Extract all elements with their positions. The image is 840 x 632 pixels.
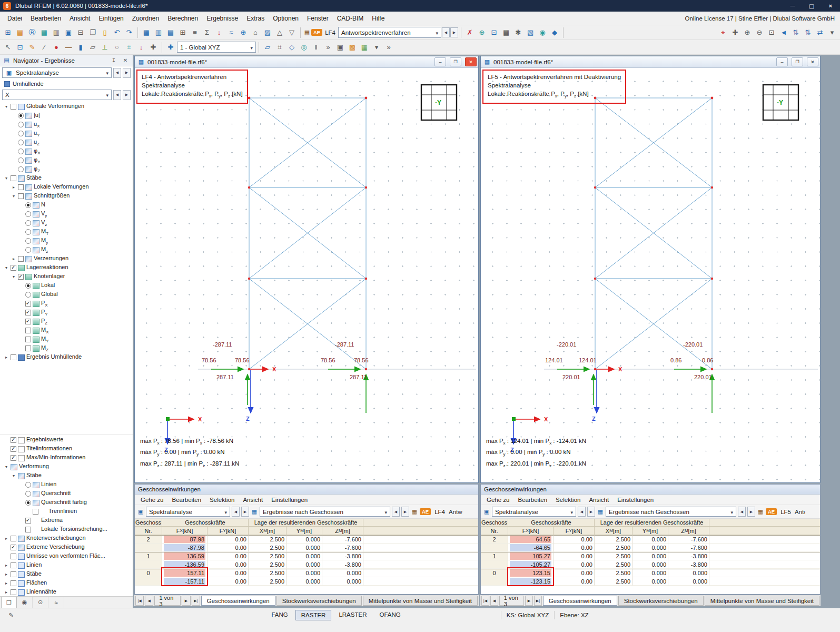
- expander-icon[interactable]: [4, 465, 9, 469]
- panel-menu-item[interactable]: Bearbeiten: [168, 496, 205, 504]
- menu-item[interactable]: Ansicht: [65, 12, 94, 25]
- tree-item-control[interactable]: [11, 354, 16, 360]
- tree-item[interactable]: MY: [0, 335, 133, 344]
- panel-menu-item[interactable]: Bearbeiten: [514, 496, 551, 504]
- menu-item[interactable]: Extras: [242, 12, 269, 25]
- navigator-header[interactable]: Navigator - Ergebnisse: [0, 55, 133, 66]
- panel-menu-item[interactable]: Gehe zu: [483, 496, 513, 504]
- page-preview-icon[interactable]: ▥: [51, 27, 62, 38]
- sections-icon[interactable]: ◆: [549, 27, 560, 38]
- tree-item[interactable]: Max/Min-Informationen: [0, 453, 133, 462]
- dlubal-account-icon[interactable]: Ⓑ: [26, 27, 38, 38]
- view-close-button[interactable]: [807, 57, 818, 66]
- expander-icon[interactable]: [4, 104, 9, 109]
- model-canvas[interactable]: X Z X Z: [481, 68, 820, 482]
- tree-item-control[interactable]: [25, 337, 31, 342]
- tree-item[interactable]: uZ: [0, 138, 133, 147]
- tree-item-control[interactable]: [25, 301, 31, 307]
- view-caption[interactable]: 001833-model-file.rf6*: [481, 56, 820, 68]
- prev-page-button[interactable]: [145, 596, 153, 606]
- tree-item[interactable]: PY: [0, 308, 133, 317]
- expander-icon[interactable]: [11, 473, 16, 478]
- component-prev-button[interactable]: [113, 90, 121, 100]
- table-row[interactable]: 2 64.65 0.00 2.500 0.000 -7.600: [481, 535, 820, 544]
- result-tables-icon[interactable]: ▦: [500, 27, 512, 38]
- table-row[interactable]: -87.98 0.00 2.500 0.000 -7.600: [135, 544, 478, 552]
- panel-title[interactable]: Geschosseinwirkungen: [481, 485, 820, 495]
- tree-item-control[interactable]: [25, 247, 31, 253]
- tree-item-control[interactable]: [11, 446, 16, 452]
- print-icon[interactable]: ⊟: [75, 27, 86, 38]
- nodal-load-icon[interactable]: ↓: [135, 42, 147, 53]
- menu-item[interactable]: Datei: [3, 12, 26, 25]
- tree-item[interactable]: Lokal: [0, 281, 133, 290]
- expander-icon[interactable]: [4, 563, 9, 568]
- prev-button[interactable]: [232, 507, 240, 517]
- menu-item[interactable]: Hilfe: [368, 12, 389, 25]
- renumber-icon[interactable]: ⇄: [814, 27, 826, 38]
- first-page-button[interactable]: [481, 596, 489, 606]
- expander-icon[interactable]: [11, 185, 16, 190]
- menu-item[interactable]: Ergebnisse: [202, 12, 242, 25]
- tree-item[interactable]: N: [0, 201, 133, 210]
- member-icon[interactable]: —: [63, 42, 74, 53]
- result-view-combo[interactable]: Ergebnisse nach Geschossen: [260, 507, 390, 517]
- tree-item[interactable]: Lokale Torsionsdrehung...: [0, 525, 133, 534]
- tree-item-control[interactable]: [25, 238, 31, 244]
- panel-menu-item[interactable]: Gehe zu: [137, 496, 167, 504]
- table-row[interactable]: 2 87.98 0.00 2.500 0.000 -7.600: [135, 535, 478, 544]
- snap-toggle-button[interactable]: RASTER: [295, 610, 332, 620]
- load-combinations-icon[interactable]: Σ: [201, 27, 213, 38]
- next-page-button[interactable]: [525, 596, 533, 606]
- tree-item-control[interactable]: [25, 310, 31, 315]
- menu-item[interactable]: Einfügen: [94, 12, 127, 25]
- section-plane-icon[interactable]: △: [274, 27, 285, 38]
- minitab-data-icon[interactable]: ❐: [1, 597, 17, 608]
- table-tab[interactable]: Geschosseinwirkungen: [543, 596, 617, 606]
- tree-item-control[interactable]: [18, 131, 24, 136]
- tree-item[interactable]: Querschnitt farbig: [0, 498, 133, 507]
- previous-view-icon[interactable]: ◄: [778, 27, 789, 38]
- solid-model-icon[interactable]: ⌂: [250, 27, 261, 38]
- spreadsheet-icon[interactable]: ▤: [165, 27, 176, 38]
- snap-toggle-button[interactable]: OFANG: [374, 610, 406, 620]
- object-snap-icon[interactable]: ◎: [298, 42, 310, 53]
- tree-item-control[interactable]: [25, 220, 31, 226]
- model-canvas[interactable]: X Z X Z: [135, 68, 478, 482]
- result-case-combo[interactable]: Spektralanalyse: [2, 67, 112, 78]
- snap-toggle-button[interactable]: FANG: [266, 610, 293, 620]
- tree-item[interactable]: Stäbe: [0, 174, 133, 183]
- protocol-icon[interactable]: ≡: [189, 27, 201, 38]
- surface-icon[interactable]: ▮: [75, 42, 86, 53]
- case-next-button[interactable]: [123, 68, 131, 78]
- expander-icon[interactable]: [4, 572, 9, 577]
- tree-item-control[interactable]: [25, 292, 31, 298]
- tree-item[interactable]: Global: [0, 290, 133, 299]
- minitab-display-icon[interactable]: ◉: [17, 597, 33, 608]
- tree-item-control[interactable]: [18, 274, 24, 280]
- tree-item-control[interactable]: [18, 166, 24, 172]
- save-icon[interactable]: ▣: [63, 27, 74, 38]
- next-load-case-button[interactable]: [450, 27, 458, 37]
- view-minimize-button[interactable]: [434, 57, 446, 66]
- tree-item-control[interactable]: [18, 113, 24, 118]
- next-button[interactable]: [587, 507, 595, 517]
- tree-item[interactable]: Liniennähte: [0, 588, 133, 597]
- next-button[interactable]: [747, 507, 755, 517]
- more-options-icon[interactable]: ▾: [826, 27, 838, 38]
- expander-icon[interactable]: [11, 256, 16, 261]
- clip-plane-icon[interactable]: ▽: [286, 27, 298, 38]
- hinge-icon[interactable]: ○: [111, 42, 123, 53]
- tree-item-control[interactable]: [25, 229, 31, 235]
- tree-item[interactable]: Lagerreaktionen: [0, 263, 133, 272]
- zoom-out-icon[interactable]: ⊖: [754, 27, 765, 38]
- show-results-icon[interactable]: ⊕: [476, 27, 488, 38]
- first-page-button[interactable]: [135, 596, 144, 606]
- tree-item-control[interactable]: [11, 455, 16, 461]
- snap-icon[interactable]: ◇: [286, 42, 298, 53]
- color-scale-icon[interactable]: ▩: [347, 42, 358, 53]
- mesh-icon[interactable]: ⌗: [123, 42, 135, 53]
- tree-item-control[interactable]: [18, 149, 24, 154]
- panel-menu-item[interactable]: Einstellungen: [268, 496, 311, 504]
- expander-icon[interactable]: [4, 581, 9, 586]
